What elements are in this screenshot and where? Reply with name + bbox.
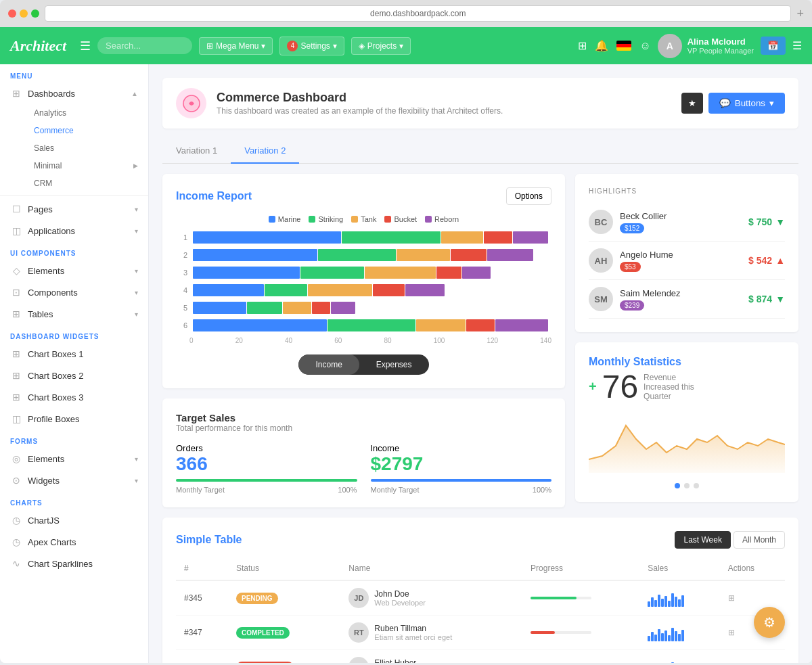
sidebar-item-forms-widgets[interactable]: ⊙ Widgets ▾ xyxy=(0,469,148,491)
nav-user[interactable]: A Alina Mclourd VP People Manager xyxy=(658,34,754,58)
grid-icon[interactable]: ⊞ xyxy=(578,39,587,52)
bar-segment xyxy=(441,231,484,244)
main-content: Commerce Dashboard This dashboard was cr… xyxy=(149,64,812,663)
gear-icon: ⚙ xyxy=(763,614,775,630)
bar-segment xyxy=(487,249,533,261)
flag-icon[interactable] xyxy=(616,41,631,51)
spark-bar xyxy=(671,628,674,641)
mini-sparkline xyxy=(648,590,711,607)
sidebar-item-sales[interactable]: Sales xyxy=(24,139,148,157)
sparklines-icon: ∿ xyxy=(10,558,22,569)
sidebar-item-apex-charts[interactable]: ◷ Apex Charts xyxy=(0,531,148,553)
bar-segment xyxy=(300,267,365,279)
bar-segment xyxy=(193,267,300,279)
dot-green[interactable] xyxy=(31,9,39,18)
fab-button[interactable]: ⚙ xyxy=(754,607,785,638)
browser-add-tab[interactable]: + xyxy=(796,7,804,21)
user-name: Ruben Tillman xyxy=(374,624,452,633)
sidebar-item-chartjs[interactable]: ◷ ChartJS xyxy=(0,509,148,531)
settings-button[interactable]: 4 Settings ▾ xyxy=(279,37,344,55)
cell-name: RT Ruben Tillman Etiam sit amet orci ege… xyxy=(340,616,522,650)
search-input[interactable] xyxy=(97,37,192,54)
tab-variation2[interactable]: Variation 2 xyxy=(231,139,299,164)
bar-segment xyxy=(193,302,246,314)
toggle-expenses[interactable]: Expenses xyxy=(359,354,429,375)
sidebar-item-crm[interactable]: CRM xyxy=(24,175,148,192)
orders-label: Orders xyxy=(176,443,203,453)
tab-variation1[interactable]: Variation 1 xyxy=(162,139,231,164)
bell-icon[interactable]: 🔔 xyxy=(595,39,608,52)
spark-bar xyxy=(661,633,664,641)
table-row: #345 PENDING JD John Doe Web Developer ⊞ xyxy=(176,580,785,616)
sidebar-item-chart-boxes-2[interactable]: ⊞ Chart Boxes 2 xyxy=(0,365,148,386)
page-header-icon xyxy=(176,88,206,118)
slide-dot-2[interactable] xyxy=(684,483,690,488)
bar-row: 2 xyxy=(179,249,548,261)
spark-bar xyxy=(661,599,664,607)
user-subtitle: Etiam sit amet orci eget xyxy=(374,633,452,641)
dot-red[interactable] xyxy=(8,9,16,18)
col-status: Status xyxy=(228,557,340,580)
action-menu-icon[interactable]: ⊞ xyxy=(728,628,735,637)
sidebar-item-elements[interactable]: ◇ Elements ▾ xyxy=(0,260,148,281)
sidebar-item-tables[interactable]: ⊞ Tables ▾ xyxy=(0,303,148,325)
all-month-button[interactable]: All Month xyxy=(734,531,785,549)
sidebar-item-dashboards[interactable]: ⊞ Dashboards ▲ xyxy=(0,83,148,104)
star-button[interactable]: ★ xyxy=(681,93,703,114)
sidebar-item-chart-boxes-3[interactable]: ⊞ Chart Boxes 3 xyxy=(0,386,148,408)
bar-segment xyxy=(342,231,441,244)
calendar-button[interactable]: 📅 xyxy=(761,37,786,55)
sidebar-item-analytics[interactable]: Analytics xyxy=(24,104,148,122)
hamburger-icon[interactable]: ☰ xyxy=(80,39,91,53)
bar-container xyxy=(193,284,548,296)
toggle-group: Income Expenses xyxy=(298,354,428,375)
options-button[interactable]: Options xyxy=(506,187,551,205)
slide-dot-3[interactable] xyxy=(694,483,699,488)
user-cell: RT Ruben Tillman Etiam sit amet orci ege… xyxy=(348,622,514,643)
sidebar-item-chart-sparklines[interactable]: ∿ Chart Sparklines xyxy=(0,553,148,574)
pages-icon: ☐ xyxy=(10,204,22,214)
sidebar-item-pages[interactable]: ☐ Pages ▾ xyxy=(0,198,148,220)
sidebar-item-forms-elements[interactable]: ◎ Elements ▾ xyxy=(0,448,148,469)
bar-segment xyxy=(247,302,283,314)
dot-yellow[interactable] xyxy=(20,9,28,18)
face-icon[interactable]: ☺ xyxy=(639,40,650,52)
sidebar-item-commerce[interactable]: Commerce xyxy=(24,122,148,139)
mega-menu-button[interactable]: ⊞ Mega Menu ▾ xyxy=(199,37,273,55)
stat-header: + 76 Revenue Increased this Quarter xyxy=(589,368,785,405)
components-chevron-icon: ▾ xyxy=(135,289,138,296)
bar-segment xyxy=(436,267,461,279)
bar-segment xyxy=(312,302,330,314)
spark-bar xyxy=(654,635,657,641)
sidebar-item-profile-boxes[interactable]: ◫ Profile Boxes xyxy=(0,408,148,430)
projects-button[interactable]: ◈ Projects ▾ xyxy=(351,37,411,55)
user-details: Elliot Huber Lorem ipsum dolor sic xyxy=(374,658,447,663)
bar-segment xyxy=(331,302,356,314)
sidebar-item-chart-boxes-1[interactable]: ⊞ Chart Boxes 1 xyxy=(0,343,148,365)
action-menu-icon[interactable]: ⊞ xyxy=(728,662,735,663)
slide-dot-1[interactable] xyxy=(675,483,680,488)
browser-addressbar[interactable]: demo.dashboardpack.com xyxy=(45,5,791,22)
bar-segment xyxy=(451,249,487,261)
settings-badge: 4 xyxy=(287,41,298,51)
user-cell: EH Elliot Huber Lorem ipsum dolor sic xyxy=(348,657,514,663)
action-menu-icon[interactable]: ⊞ xyxy=(728,593,735,603)
axis-tick: 140 xyxy=(540,337,551,344)
sidebar-item-minimal[interactable]: Minimal ▶ xyxy=(24,157,148,175)
menu-dots-icon[interactable]: ☰ xyxy=(792,39,802,52)
elements-chevron-icon: ▾ xyxy=(135,267,138,275)
bar-label: 1 xyxy=(179,233,187,242)
page-header-actions: ★ 💬 Buttons ▾ xyxy=(681,93,785,114)
sidebar-item-components[interactable]: ⊡ Components ▾ xyxy=(0,281,148,303)
toggle-income[interactable]: Income xyxy=(298,354,359,375)
spark-bar xyxy=(664,630,667,641)
buttons-button[interactable]: 💬 Buttons ▾ xyxy=(708,93,785,114)
bar-label: 3 xyxy=(179,269,187,277)
highlight-avatar: BC xyxy=(589,210,613,234)
axis-tick: 20 xyxy=(235,337,243,344)
bar-segment xyxy=(328,319,415,331)
bar-segment xyxy=(193,284,264,296)
highlight-amount: $ 750 ▼ xyxy=(748,216,785,227)
sidebar-item-applications[interactable]: ◫ Applications ▾ xyxy=(0,220,148,242)
last-week-button[interactable]: Last Week xyxy=(675,531,730,549)
